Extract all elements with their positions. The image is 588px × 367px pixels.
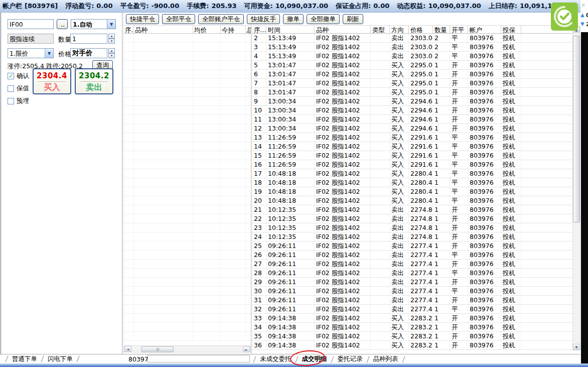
fills-cell xyxy=(371,296,390,304)
fills-cell: 2277.4 xyxy=(409,305,433,313)
close-all-accounts-button[interactable]: 全部账户平仓 xyxy=(198,14,244,24)
positions-cell xyxy=(221,61,246,69)
fills-table-row[interactable]: 3609:14:38IF02 股指1402买入2283.21开803976投机 xyxy=(252,341,572,350)
fills-table-row[interactable]: 1511:26:59IF02 股指1402买入2291.61平803976投机 xyxy=(252,151,572,160)
checkbox-1[interactable]: 保值 xyxy=(8,84,29,93)
scroll-right-icon[interactable]: ► xyxy=(243,346,250,352)
contract-browse-button[interactable]: .. xyxy=(57,19,68,29)
fills-table-row[interactable]: 2609:26:11IF02 股指1402卖出2277.41平803976投机 xyxy=(252,251,572,260)
topbar-field-label: 上日结存: xyxy=(489,2,517,10)
fills-table-row[interactable]: 513:01:47IF02 股指1402买入2295.01开803976投机 xyxy=(252,61,572,70)
fills-table-row[interactable]: 813:01:47IF02 股指1402买入2295.01开803976投机 xyxy=(252,88,572,97)
checkbox-checked-icon[interactable]: ✓ xyxy=(8,73,14,79)
fills-table-row[interactable]: 2310:12:35IF02 股指1402卖出2274.81开803976投机 xyxy=(252,223,572,232)
fills-table-row[interactable]: 613:01:47IF02 股指1402买入2295.01开803976投机 xyxy=(252,70,572,79)
edge-down-arrow-icon[interactable]: ▼ xyxy=(580,21,584,27)
fills-table-row[interactable]: 2210:12:35IF02 股指1402卖出2274.81开803976投机 xyxy=(252,214,572,223)
price-up-icon[interactable]: ▲ xyxy=(108,48,115,53)
open-close-mode-select[interactable]: 1.自动 ▼ xyxy=(71,19,116,29)
scrollbar-thumb[interactable] xyxy=(141,346,174,352)
fills-cell: 11:26:59 xyxy=(266,160,315,169)
close-icon[interactable]: ✕ xyxy=(581,2,585,9)
success-check-icon[interactable] xyxy=(551,3,578,31)
chevron-down-icon[interactable]: ▼ xyxy=(107,20,115,29)
fills-table-row[interactable]: 3509:14:38IF02 股指1402买入2283.21开803976投机 xyxy=(252,332,572,341)
fills-table-row[interactable]: 1213:00:34IF02 股指1402买入2294.61开803976投机 xyxy=(252,124,572,133)
fills-table-row[interactable]: 713:01:47IF02 股指1402买入2295.01开803976投机 xyxy=(252,79,572,88)
fills-table-row[interactable]: 1611:26:59IF02 股指1402买入2291.61平803976投机 xyxy=(252,160,572,169)
fills-table-row[interactable]: 1810:48:18IF02 股指1402买入2280.41平803976投机 xyxy=(252,178,572,187)
fills-cell xyxy=(521,187,572,196)
fills-table-row[interactable]: 1113:00:34IF02 股指1402买入2294.61开803976投机 xyxy=(252,115,572,124)
scroll-left-icon[interactable]: ◄ xyxy=(124,346,131,352)
quantity-up-icon[interactable]: ▲ xyxy=(108,34,115,39)
limit-up-label: 涨停: xyxy=(8,62,22,70)
fills-table-row[interactable]: 913:00:34IF02 股指1402买入2294.61开803976投机 xyxy=(252,97,572,106)
fills-cell: 平 xyxy=(450,52,468,60)
fills-table-row[interactable]: 2509:26:11IF02 股指1402卖出2277.41开803976投机 xyxy=(252,241,572,251)
quick-reverse-button[interactable]: 快捷反手 xyxy=(247,14,280,24)
fills-table-row[interactable]: 315:13:49IF02 股指1402卖出2303.02平803976投机 xyxy=(252,43,572,52)
sell-button[interactable]: 2304.2 卖出 xyxy=(75,68,113,94)
fills-table-row[interactable]: 1411:26:59IF02 股指1402买入2291.61平803976投机 xyxy=(252,142,572,151)
fills-cell: IF02 股指1402 xyxy=(315,196,371,205)
close-all-button[interactable]: 全部平仓 xyxy=(162,14,195,24)
fills-cell xyxy=(521,52,572,60)
fills-table-row[interactable]: 1710:48:18IF02 股指1402买入2280.41平803976投机 xyxy=(252,169,572,178)
fills-vertical-scrollbar[interactable]: ▲ ▼ xyxy=(572,26,580,350)
checkbox-unchecked-icon[interactable] xyxy=(8,85,14,92)
positions-cell xyxy=(134,223,193,232)
fills-table-row[interactable]: 415:13:49IF02 股指1402卖出2303.02平803976投机 xyxy=(252,52,572,61)
scroll-down-icon[interactable]: ▼ xyxy=(573,344,580,350)
fills-table-row[interactable]: 215:13:49IF02 股指1402卖出2303.02平803976投机 xyxy=(252,34,572,43)
edge-up-arrow-icon[interactable]: ▲ xyxy=(580,12,584,18)
refresh-button[interactable]: 刷新 xyxy=(343,14,363,24)
fills-cell: 13:01:47 xyxy=(266,61,315,69)
fills-table-row[interactable]: 2709:26:11IF02 股指1402卖出2277.41开803976投机 xyxy=(252,260,572,269)
quantity-down-icon[interactable]: ▼ xyxy=(108,39,115,44)
fills-table-row[interactable]: 1311:26:59IF02 股指1402买入2291.61平803976投机 xyxy=(252,133,572,142)
scrollbar-thumb[interactable] xyxy=(573,36,580,222)
fills-table-row[interactable]: 2110:12:35IF02 股指1402卖出2274.81开803976投机 xyxy=(252,205,572,214)
fills-cell xyxy=(371,169,390,178)
quantity-input[interactable] xyxy=(70,34,107,44)
tab-order-mode-1[interactable]: 闪电下单 xyxy=(46,355,74,363)
tab-blotter-1[interactable]: 成交明细 xyxy=(301,355,329,363)
tab-order-mode-0[interactable]: 普通下单 xyxy=(11,355,39,363)
fills-table-row[interactable]: 3309:14:38IF02 股指1402买入2283.21开803976投机 xyxy=(252,314,572,323)
checkbox-2[interactable]: 预埋 xyxy=(8,97,29,105)
fills-table-row[interactable]: 1013:00:34IF02 股指1402买入2294.61开803976投机 xyxy=(252,106,572,115)
chevron-down-icon[interactable]: ▼ xyxy=(45,49,53,58)
fills-table-row[interactable]: 3209:26:11IF02 股指1402卖出2277.41平803976投机 xyxy=(252,305,572,314)
positions-cell xyxy=(134,269,193,277)
cancel-order-button[interactable]: 撤单 xyxy=(283,14,304,24)
buy-label: 买入 xyxy=(34,82,70,93)
price-type-select[interactable]: 1.限价 ▼ xyxy=(8,48,54,58)
tab-blotter-2[interactable]: 委托记录 xyxy=(336,355,364,363)
checkbox-0[interactable]: ✓确认 xyxy=(8,72,29,80)
fills-table-row[interactable]: 3109:26:11IF02 股指1402卖出2277.41开803976投机 xyxy=(252,296,572,305)
price-input[interactable] xyxy=(70,48,107,58)
fills-table-row[interactable]: 3409:14:38IF02 股指1402买入2283.21开803976投机 xyxy=(252,323,572,332)
fills-cell: 803976 xyxy=(468,223,501,232)
fills-cell: 1 xyxy=(433,287,450,295)
price-stepper[interactable]: ▲ ▼ xyxy=(108,48,115,58)
positions-horizontal-scrollbar[interactable]: ◄ ► xyxy=(124,345,251,352)
tab-separator xyxy=(295,356,298,362)
fills-table-row[interactable]: 2010:48:18IF02 股指1402买入2280.41平803976投机 xyxy=(252,196,572,205)
positions-empty-row xyxy=(124,314,251,323)
fills-table-row[interactable]: 2809:26:11IF02 股指1402卖出2277.41平803976投机 xyxy=(252,269,572,278)
tab-blotter-3[interactable]: 品种列表 xyxy=(372,355,400,363)
fills-table-row[interactable]: 1910:48:18IF02 股指1402买入2280.41平803976投机 xyxy=(252,187,572,196)
fills-table-row[interactable]: 2909:26:11IF02 股指1402卖出2277.41开803976投机 xyxy=(252,278,572,287)
price-down-icon[interactable]: ▼ xyxy=(108,53,115,58)
tab-blotter-0[interactable]: 未成交委托 xyxy=(258,355,293,363)
checkbox-unchecked-icon[interactable] xyxy=(8,98,14,104)
fills-table-row[interactable]: 2410:12:35IF02 股指1402卖出2274.81开803976投机 xyxy=(252,232,572,241)
buy-button[interactable]: 2304.4 买入 xyxy=(33,68,71,94)
fills-table-row[interactable]: 3009:26:11IF02 股指1402卖出2277.41平803976投机 xyxy=(252,287,572,296)
quick-close-button[interactable]: 快捷平仓 xyxy=(126,14,159,24)
cancel-all-button[interactable]: 全部撤单 xyxy=(307,14,340,24)
contract-code-input[interactable] xyxy=(8,19,54,29)
quantity-stepper[interactable]: ▲ ▼ xyxy=(108,34,115,44)
